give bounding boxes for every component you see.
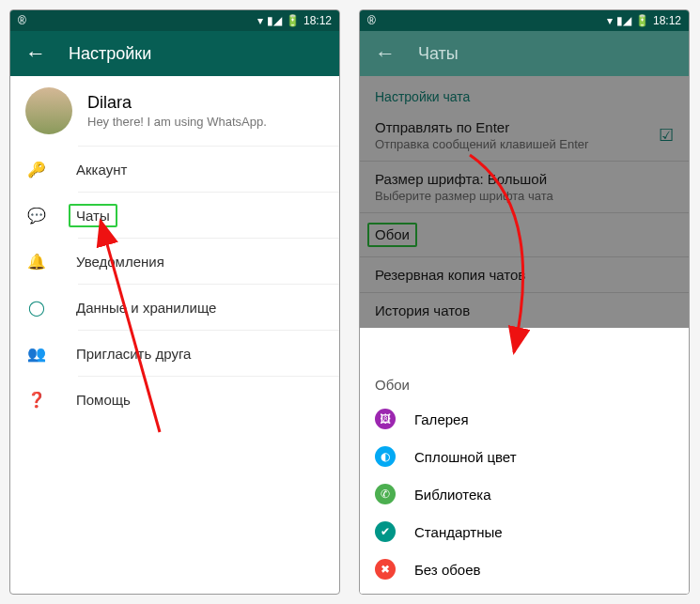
back-icon[interactable]: ← [25, 41, 46, 66]
chat-icon: 💬 [25, 207, 48, 225]
app-bar: ← Настройки [10, 31, 339, 76]
menu-label: Аккаунт [76, 162, 127, 178]
profile-text: Dilara Hey there! I am using WhatsApp. [87, 93, 267, 129]
help-icon: ❓ [25, 391, 48, 409]
solid-icon: ◐ [375, 446, 396, 467]
chat-settings-list: Настройки чата Отправлять по Enter Отпра… [360, 76, 689, 328]
profile-status: Hey there! I am using WhatsApp. [87, 115, 267, 129]
sheet-title: Обои [360, 371, 689, 400]
signal-icon: ▮◢ [616, 14, 631, 27]
bell-icon: 🔔 [25, 253, 48, 271]
registered-icon: ® [367, 14, 376, 27]
highlight-chats: Чаты [69, 204, 117, 227]
avatar [25, 87, 72, 134]
sheet-solid[interactable]: ◐ Сплошной цвет [360, 438, 689, 475]
key-icon: 🔑 [25, 161, 48, 178]
sheet-none[interactable]: ✖ Без обоев [360, 550, 689, 588]
sheet-item-label: Библиотека [414, 487, 491, 503]
profile-name: Dilara [87, 93, 267, 113]
right-content: Настройки чата Отправлять по Enter Отпра… [360, 76, 689, 594]
menu-notifications[interactable]: 🔔 Уведомления [10, 239, 339, 284]
menu-invite[interactable]: 👥 Пригласить друга [10, 331, 339, 376]
sheet-item-label: Без обоев [414, 562, 481, 578]
default-icon: ✔ [375, 521, 396, 542]
menu-help[interactable]: ❓ Помощь [10, 377, 339, 422]
app-bar: ← Чаты [360, 31, 689, 76]
wifi-icon: ▾ [257, 14, 263, 27]
menu-account[interactable]: 🔑 Аккаунт [10, 147, 339, 192]
battery-icon: 🔋 [286, 14, 300, 27]
sheet-item-label: Сплошной цвет [414, 449, 517, 465]
settings-menu: 🔑 Аккаунт 💬 Чаты 🔔 Уведомления ◯ Данные … [10, 147, 339, 422]
sheet-gallery[interactable]: 🖼 Галерея [360, 400, 689, 438]
status-time: 18:12 [303, 14, 332, 27]
phone-right: ® ▾ ▮◢ 🔋 18:12 ← Чаты Настройки чата Отп… [359, 9, 690, 595]
scrim-overlay[interactable] [360, 76, 689, 328]
menu-label: Чаты [76, 208, 110, 224]
menu-chats[interactable]: 💬 Чаты [10, 193, 339, 238]
people-icon: 👥 [25, 345, 48, 363]
menu-label: Данные и хранилище [76, 300, 216, 316]
phone-left: ® ▾ ▮◢ 🔋 18:12 ← Настройки Dilara Hey th… [9, 9, 340, 595]
menu-label: Уведомления [76, 254, 164, 270]
wifi-icon: ▾ [607, 14, 613, 27]
sheet-item-label: Галерея [414, 411, 469, 427]
status-bar: ® ▾ ▮◢ 🔋 18:12 [360, 10, 689, 31]
status-bar: ® ▾ ▮◢ 🔋 18:12 [10, 10, 339, 31]
appbar-title: Настройки [69, 44, 151, 64]
none-icon: ✖ [375, 559, 396, 580]
menu-label: Помощь [76, 392, 131, 408]
menu-label: Пригласить друга [76, 346, 191, 362]
back-icon[interactable]: ← [375, 41, 396, 66]
sheet-default[interactable]: ✔ Стандартные [360, 513, 689, 550]
battery-icon: 🔋 [635, 14, 649, 27]
library-icon: ✆ [375, 484, 396, 504]
profile-row[interactable]: Dilara Hey there! I am using WhatsApp. [10, 76, 339, 146]
wallpaper-sheet: Обои 🖼 Галерея ◐ Сплошной цвет ✆ Библиот… [360, 362, 689, 594]
sheet-item-label: Стандартные [414, 524, 503, 540]
registered-icon: ® [18, 14, 26, 27]
appbar-title: Чаты [418, 44, 459, 64]
sheet-library[interactable]: ✆ Библиотека [360, 475, 689, 513]
signal-icon: ▮◢ [267, 14, 282, 27]
menu-data[interactable]: ◯ Данные и хранилище [10, 285, 339, 330]
gallery-icon: 🖼 [375, 409, 396, 429]
data-icon: ◯ [25, 299, 48, 317]
status-time: 18:12 [653, 14, 681, 27]
